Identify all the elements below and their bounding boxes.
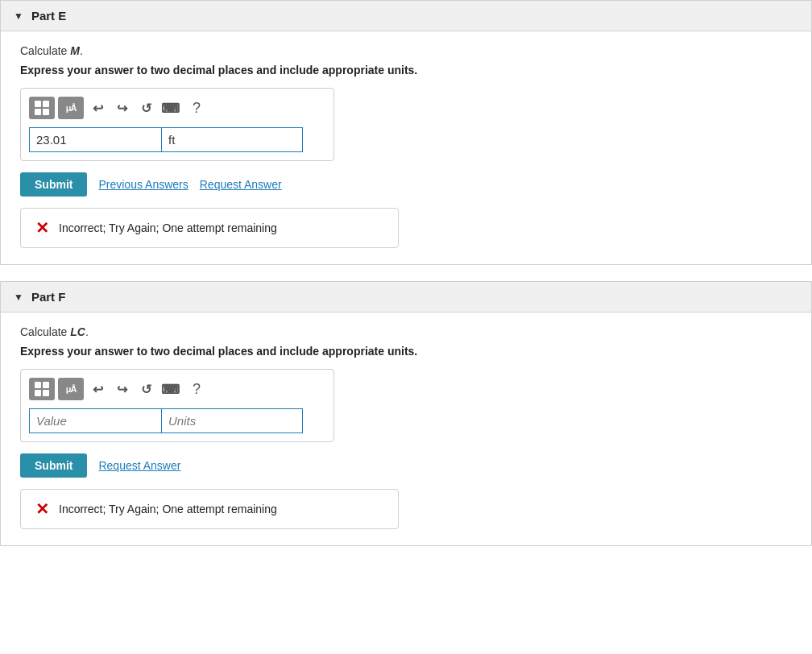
part-e-input-row bbox=[29, 127, 325, 152]
reset-button[interactable]: ↺ bbox=[135, 97, 156, 119]
part-f-answer-box: μÅ ↩ ↪ ↺ ⌨ ? bbox=[20, 369, 334, 442]
svg-rect-0 bbox=[35, 101, 41, 107]
part-e-calculate-label: Calculate M. bbox=[20, 44, 792, 57]
part-f-calculate-label: Calculate LC. bbox=[20, 325, 792, 338]
part-f-actions: Submit Request Answer bbox=[20, 453, 792, 478]
part-e-submit-button[interactable]: Submit bbox=[20, 172, 87, 197]
part-f-title: Part F bbox=[31, 290, 66, 304]
part-e-value-input[interactable] bbox=[29, 127, 162, 152]
part-f-grid-icon-button[interactable] bbox=[29, 378, 55, 400]
part-e-section: ▼ Part E Calculate M. Express your answe… bbox=[0, 0, 812, 265]
undo-button[interactable]: ↩ bbox=[87, 97, 108, 119]
part-e-body: Calculate M. Express your answer to two … bbox=[1, 31, 811, 264]
part-f-body: Calculate LC. Express your answer to two… bbox=[1, 313, 811, 545]
part-f-submit-button[interactable]: Submit bbox=[20, 453, 87, 478]
part-f-header[interactable]: ▼ Part F bbox=[1, 282, 811, 313]
part-e-title: Part E bbox=[31, 9, 66, 23]
part-e-request-answer-button[interactable]: Request Answer bbox=[200, 178, 282, 191]
svg-rect-2 bbox=[35, 109, 41, 115]
part-e-answer-box: μÅ ↩ ↪ ↺ ⌨ ? bbox=[20, 88, 334, 161]
part-f-request-answer-button[interactable]: Request Answer bbox=[98, 459, 180, 472]
svg-rect-4 bbox=[35, 382, 41, 388]
svg-rect-5 bbox=[43, 382, 49, 388]
part-f-toolbar: μÅ ↩ ↪ ↺ ⌨ ? bbox=[29, 378, 325, 400]
part-f-mu-icon-button[interactable]: μÅ bbox=[58, 378, 84, 400]
part-f-section: ▼ Part F Calculate LC. Express your answ… bbox=[0, 281, 812, 546]
part-e-toolbar: μÅ ↩ ↪ ↺ ⌨ ? bbox=[29, 97, 325, 119]
keyboard-button[interactable]: ⌨ bbox=[160, 97, 180, 119]
part-e-actions: Submit Previous Answers Request Answer bbox=[20, 172, 792, 197]
part-e-incorrect-icon: ✕ bbox=[35, 218, 49, 238]
part-f-incorrect-icon: ✕ bbox=[35, 499, 49, 519]
part-f-reset-button[interactable]: ↺ bbox=[135, 378, 156, 400]
part-f-instruction: Express your answer to two decimal place… bbox=[20, 345, 792, 358]
part-f-keyboard-button[interactable]: ⌨ bbox=[160, 378, 180, 400]
svg-rect-3 bbox=[43, 109, 49, 115]
part-e-units-input[interactable] bbox=[162, 127, 303, 152]
part-f-undo-button[interactable]: ↩ bbox=[87, 378, 108, 400]
part-f-value-input[interactable] bbox=[29, 408, 162, 433]
svg-rect-7 bbox=[43, 390, 49, 396]
part-f-units-input[interactable] bbox=[162, 408, 303, 433]
mu-icon-button[interactable]: μÅ bbox=[58, 97, 84, 119]
part-e-chevron: ▼ bbox=[14, 10, 23, 22]
svg-rect-6 bbox=[35, 390, 41, 396]
part-f-redo-button[interactable]: ↪ bbox=[111, 378, 132, 400]
redo-button[interactable]: ↪ bbox=[111, 97, 132, 119]
part-f-help-button[interactable]: ? bbox=[184, 378, 209, 400]
part-e-previous-answers-button[interactable]: Previous Answers bbox=[98, 178, 188, 191]
part-e-feedback-text: Incorrect; Try Again; One attempt remain… bbox=[59, 221, 277, 234]
help-button[interactable]: ? bbox=[184, 97, 209, 119]
part-f-feedback-text: Incorrect; Try Again; One attempt remain… bbox=[59, 503, 277, 515]
grid-icon-button[interactable] bbox=[29, 97, 55, 119]
part-e-header[interactable]: ▼ Part E bbox=[1, 1, 811, 31]
part-f-feedback-box: ✕ Incorrect; Try Again; One attempt rema… bbox=[20, 489, 399, 529]
part-f-input-row bbox=[29, 408, 325, 433]
part-f-chevron: ▼ bbox=[14, 292, 23, 303]
part-e-instruction: Express your answer to two decimal place… bbox=[20, 64, 792, 77]
svg-rect-1 bbox=[43, 101, 49, 107]
part-e-feedback-box: ✕ Incorrect; Try Again; One attempt rema… bbox=[20, 208, 399, 248]
